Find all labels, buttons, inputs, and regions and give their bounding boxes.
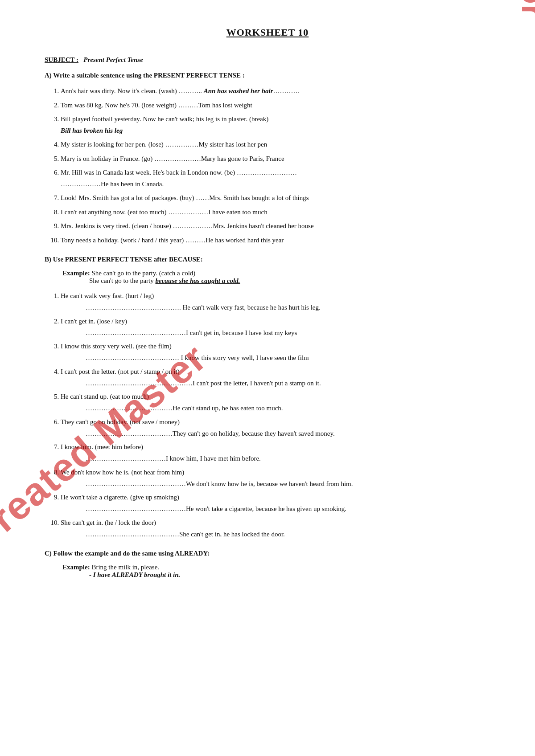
- section-c-heading: C) Follow the example and do the same us…: [45, 550, 490, 557]
- list-item: He can't walk very fast. (hurt / leg) ………: [61, 290, 490, 314]
- example-c-question: Bring the milk in, please.: [91, 564, 159, 571]
- section-b-example: Example: She can't go to the party. (cat…: [62, 270, 490, 285]
- subject-line: SUBJECT : Present Perfect Tense: [45, 56, 490, 64]
- answer-line: …………………………………… I know this story very we…: [61, 352, 490, 364]
- answer-line: ………………………………………He won't take a cigarette…: [61, 503, 490, 515]
- example-label-c: Example:: [62, 564, 90, 571]
- answer-line: ………………………………I know him, I have met him b…: [61, 453, 490, 465]
- answer-line: ………………………………………I can't get in, because I…: [61, 327, 490, 339]
- subject-value: Present Perfect Tense: [83, 56, 143, 63]
- example-answer-underline: because she has caught a cold.: [156, 277, 240, 284]
- example-c-answer-text: - I have ALREADY brought it in.: [89, 571, 180, 578]
- list-item: Bill played football yesterday. Now he c…: [61, 114, 490, 136]
- list-item: Mr. Hill was in Canada last week. He's b…: [61, 167, 490, 190]
- list-item: Look! Mrs. Smith has got a lot of packag…: [61, 192, 490, 204]
- section-a-heading: A) Write a suitable sentence using the P…: [45, 72, 490, 79]
- list-item: Mary is on holiday in France. (go) ………………: [61, 153, 490, 165]
- list-item: I know him. (meet him before) ……………………………: [61, 441, 490, 465]
- watermark-right: Editor: [517, 0, 535, 18]
- list-item: He won't take a cigarette. (give up smok…: [61, 491, 490, 515]
- list-item: They can't go on holiday. (not save / mo…: [61, 416, 490, 440]
- list-item: I can't post the letter. (not put / stam…: [61, 366, 490, 389]
- list-item: I can't eat anything now. (eat too much)…: [61, 207, 490, 218]
- answer-line: …………………………………………I can't post the letter,…: [61, 378, 490, 389]
- section-a-list: Ann's hair was dirty. Now it's clean. (w…: [45, 86, 490, 246]
- list-item: She can't get in. (he / lock the door) ……: [61, 517, 490, 540]
- answer-line: ……………………………………She can't get in, he has l…: [61, 529, 490, 540]
- answer-text: Bill has broken his leg: [61, 127, 123, 134]
- page-title: WORKSHEET 10: [45, 27, 490, 38]
- list-item: We don't know how he is. (not hear from …: [61, 466, 490, 490]
- answer-line: ………………………………………We don't know how he is, …: [61, 478, 490, 490]
- list-item: Ann's hair was dirty. Now it's clean. (w…: [61, 86, 490, 97]
- answer-line: …………………………………He can't stand up, he has e…: [61, 403, 490, 414]
- list-item: He can't stand up. (eat too much) …………………: [61, 391, 490, 414]
- section-b-list: He can't walk very fast. (hurt / leg) ………: [45, 290, 490, 540]
- list-item: I can't get in. (lose / key) ………………………………: [61, 315, 490, 339]
- page-container: Created Master Editor WORKSHEET 10 SUBJE…: [0, 0, 535, 611]
- answer-line: …………………………………They can't go on holiday, b…: [61, 428, 490, 440]
- list-item: Mrs. Jenkins is very tired. (clean / hou…: [61, 221, 490, 232]
- example-label: Example:: [62, 270, 90, 277]
- list-item: Tom was 80 kg. Now he's 70. (lose weight…: [61, 100, 490, 111]
- section-c-example: Example: Bring the milk in, please. - I …: [62, 564, 490, 579]
- list-item: I know this story very well. (see the fi…: [61, 340, 490, 364]
- example-question: She can't go to the party. (catch a cold…: [91, 270, 195, 277]
- section-b-heading: B) Use PRESENT PERFECT TENSE after BECAU…: [45, 256, 490, 263]
- example-c-answer: - I have ALREADY brought it in.: [89, 571, 490, 579]
- subject-label: SUBJECT :: [45, 56, 78, 63]
- example-answer: She can't go to the party because she ha…: [89, 277, 490, 285]
- list-item: My sister is looking for her pen. (lose)…: [61, 139, 490, 151]
- answer-line: ……………………………………. He can't walk very fast,…: [61, 302, 490, 314]
- list-item: Tony needs a holiday. (work / hard / thi…: [61, 235, 490, 246]
- answer-text: Ann has washed her hair: [204, 87, 273, 94]
